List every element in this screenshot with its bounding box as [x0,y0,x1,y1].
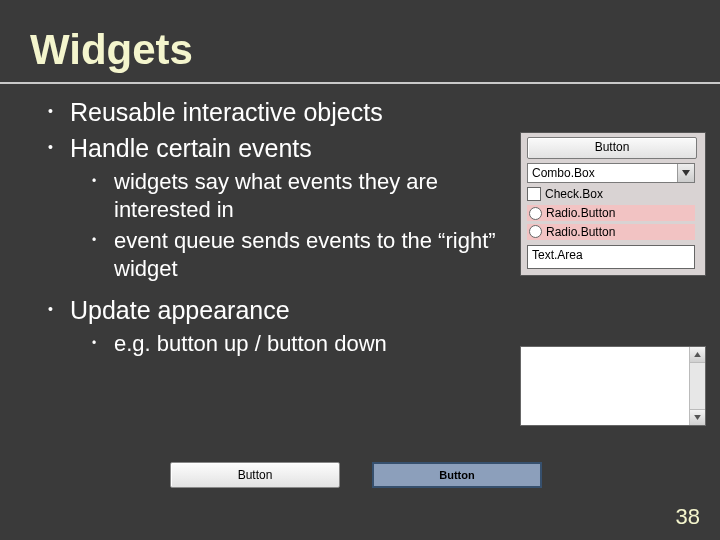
bullet-reusable: Reusable interactive objects [48,96,508,130]
showcase-textarea-label: Text.Area [527,245,695,269]
page-number: 38 [676,504,700,530]
radio-label-2: Radio.Button [546,225,615,239]
slide-title: Widgets [30,26,193,74]
showcase-checkbox[interactable]: Check.Box [527,187,603,201]
button-up-example[interactable]: Button [170,462,340,488]
subbullet-event-queue: event queue sends events to the “right” … [48,227,508,284]
checkbox-label: Check.Box [545,187,603,201]
showcase-radio-1[interactable]: Radio.Button [527,205,695,221]
chevron-down-icon [677,164,694,182]
svg-marker-2 [694,415,701,420]
subbullet-widgets-say: widgets say what events they are interes… [48,168,508,225]
checkbox-box-icon [527,187,541,201]
subbullet-button-up-down: e.g. button up / button down [48,330,508,359]
widget-showcase-panel: Button Combo.Box Check.Box Radio.Button … [520,132,706,276]
showcase-radio-2[interactable]: Radio.Button [527,224,695,240]
radio-label-1: Radio.Button [546,206,615,220]
button-down-example[interactable]: Button [372,462,542,488]
slide: Widgets Reusable interactive objects Han… [0,0,720,540]
svg-marker-1 [694,352,701,357]
svg-marker-0 [682,170,690,176]
showcase-textarea[interactable] [520,346,706,426]
radio-dot-icon [529,225,542,238]
bullet-update-appearance: Update appearance [48,294,508,328]
scroll-down-button[interactable] [690,409,705,425]
bullet-handle-events: Handle certain events [48,132,508,166]
scroll-up-button[interactable] [690,347,705,363]
combobox-label: Combo.Box [528,166,677,180]
body-text: Reusable interactive objects Handle cert… [48,96,508,358]
showcase-button[interactable]: Button [527,137,697,159]
radio-dot-icon [529,207,542,220]
title-underline [0,82,720,84]
showcase-combobox[interactable]: Combo.Box [527,163,695,183]
